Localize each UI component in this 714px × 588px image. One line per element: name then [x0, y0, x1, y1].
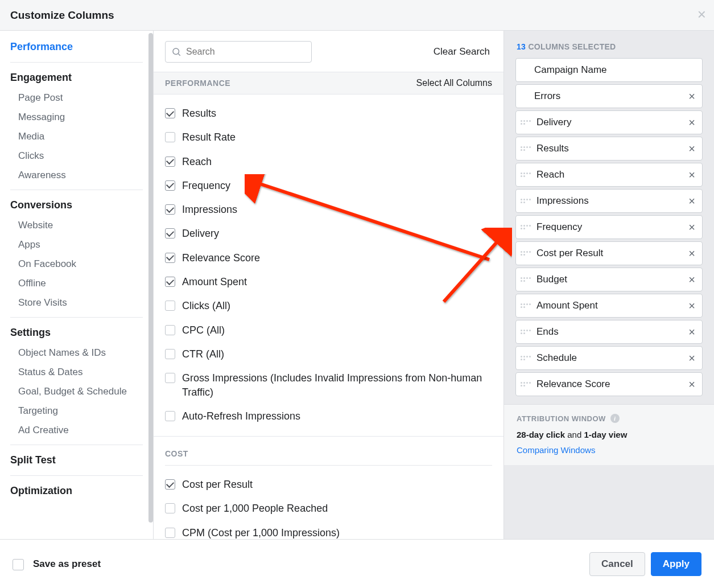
drag-handle-icon[interactable]: [521, 330, 531, 334]
sidebar-subitem-store-visits[interactable]: Store Visits: [10, 293, 143, 312]
remove-chip-icon[interactable]: ×: [686, 168, 698, 182]
search-input[interactable]: [186, 47, 306, 57]
metric-item[interactable]: Results: [165, 101, 492, 125]
sidebar-scrollbar[interactable]: [148, 31, 153, 539]
metric-checkbox[interactable]: [165, 325, 175, 335]
save-preset-checkbox[interactable]: [13, 559, 24, 570]
metric-checkbox[interactable]: [165, 301, 175, 311]
drag-handle-icon[interactable]: [521, 172, 531, 177]
apply-button[interactable]: Apply: [651, 552, 701, 576]
metric-item[interactable]: Amount Spent: [165, 270, 492, 294]
metric-checkbox[interactable]: [165, 180, 175, 191]
metric-checkbox[interactable]: [165, 479, 175, 490]
drag-handle-icon[interactable]: [521, 251, 531, 256]
drag-handle-icon[interactable]: [521, 277, 531, 282]
remove-chip-icon[interactable]: ×: [686, 299, 698, 312]
sidebar-subitem-goal-budget-schedule[interactable]: Goal, Budget & Schedule: [10, 382, 143, 401]
metric-item[interactable]: Cost per 1,000 People Reached: [165, 496, 492, 520]
sidebar-subitem-targeting[interactable]: Targeting: [10, 401, 143, 421]
metric-checkbox[interactable]: [165, 108, 175, 118]
select-all-columns-link[interactable]: Select All Columns: [416, 78, 492, 88]
info-icon[interactable]: i: [610, 414, 620, 423]
metric-item[interactable]: Frequency: [165, 174, 492, 198]
selected-chip[interactable]: Results×: [515, 137, 703, 161]
sidebar-subitem-awareness[interactable]: Awareness: [10, 166, 143, 185]
metric-checkbox[interactable]: [165, 204, 175, 215]
sidebar-subitem-object-names-ids[interactable]: Object Names & IDs: [10, 343, 143, 363]
comparing-windows-link[interactable]: Comparing Windows: [517, 445, 595, 455]
metric-checkbox[interactable]: [165, 528, 175, 538]
save-as-preset[interactable]: Save as preset: [13, 557, 101, 570]
remove-chip-icon[interactable]: ×: [686, 378, 698, 391]
metric-item[interactable]: Gross Impressions (Includes Invalid Impr…: [165, 366, 492, 404]
sidebar-item-conversions[interactable]: Conversions: [10, 195, 143, 216]
metric-checkbox[interactable]: [165, 132, 175, 142]
metric-item[interactable]: Impressions: [165, 198, 492, 221]
metric-item[interactable]: Cost per Result: [165, 472, 492, 496]
remove-chip-icon[interactable]: ×: [686, 116, 698, 129]
selected-chip[interactable]: Delivery×: [515, 110, 703, 134]
metric-item[interactable]: Reach: [165, 150, 492, 174]
sidebar-subitem-on-facebook[interactable]: On Facebook: [10, 254, 143, 274]
selected-chip[interactable]: Budget×: [515, 268, 703, 291]
metric-checkbox[interactable]: [165, 503, 175, 513]
sidebar-subitem-offline[interactable]: Offline: [10, 274, 143, 293]
metric-checkbox[interactable]: [165, 349, 175, 359]
remove-chip-icon[interactable]: ×: [686, 195, 698, 208]
remove-chip-icon[interactable]: ×: [686, 247, 698, 260]
metric-checkbox[interactable]: [165, 157, 175, 167]
selected-chip[interactable]: Reach×: [515, 163, 703, 187]
drag-handle-icon[interactable]: [521, 356, 531, 360]
selected-chip[interactable]: Campaign Name: [515, 58, 703, 82]
drag-handle-icon[interactable]: [521, 382, 531, 386]
sidebar-item-optimization[interactable]: Optimization: [10, 480, 143, 501]
drag-handle-icon[interactable]: [521, 199, 531, 203]
remove-chip-icon[interactable]: ×: [686, 142, 698, 155]
metric-item[interactable]: Clicks (All): [165, 294, 492, 318]
selected-chip[interactable]: Amount Spent×: [515, 294, 703, 318]
remove-chip-icon[interactable]: ×: [686, 352, 698, 365]
sidebar-subitem-clicks[interactable]: Clicks: [10, 146, 143, 166]
metric-item[interactable]: CPC (All): [165, 318, 492, 342]
metric-checkbox[interactable]: [165, 373, 175, 383]
remove-chip-icon[interactable]: ×: [686, 90, 698, 103]
metric-item[interactable]: CTR (All): [165, 342, 492, 366]
drag-handle-icon[interactable]: [521, 120, 531, 125]
sidebar-subitem-page-post[interactable]: Page Post: [10, 88, 143, 108]
sidebar-subitem-status-dates[interactable]: Status & Dates: [10, 363, 143, 382]
metric-checkbox[interactable]: [165, 253, 175, 263]
drag-handle-icon[interactable]: [521, 146, 531, 151]
selected-chip[interactable]: Schedule×: [515, 346, 703, 370]
sidebar-item-performance[interactable]: Performance: [10, 36, 143, 57]
selected-chip[interactable]: Relevance Score×: [515, 372, 703, 396]
remove-chip-icon[interactable]: ×: [686, 221, 698, 234]
metric-checkbox[interactable]: [165, 277, 175, 287]
metric-item[interactable]: Relevance Score: [165, 246, 492, 270]
metrics-scroll[interactable]: PERFORMANCESelect All ColumnsResultsResu…: [154, 72, 503, 539]
sidebar-subitem-website[interactable]: Website: [10, 216, 143, 235]
cancel-button[interactable]: Cancel: [589, 552, 645, 576]
metric-checkbox[interactable]: [165, 228, 175, 239]
close-icon[interactable]: ×: [698, 6, 706, 23]
drag-handle-icon[interactable]: [521, 225, 531, 229]
metric-item[interactable]: Auto-Refresh Impressions: [165, 404, 492, 428]
clear-search-link[interactable]: Clear Search: [434, 46, 492, 57]
sidebar-scrollbar-thumb[interactable]: [148, 33, 153, 523]
selected-chip[interactable]: Ends×: [515, 320, 703, 344]
sidebar-item-split-test[interactable]: Split Test: [10, 450, 143, 471]
selected-chip[interactable]: Errors×: [515, 84, 703, 108]
sidebar-subitem-ad-creative[interactable]: Ad Creative: [10, 421, 143, 440]
metric-item[interactable]: CPM (Cost per 1,000 Impressions): [165, 521, 492, 539]
sidebar-item-engagement[interactable]: Engagement: [10, 67, 143, 88]
search-box[interactable]: [165, 41, 312, 63]
metric-checkbox[interactable]: [165, 411, 175, 421]
sidebar-item-settings[interactable]: Settings: [10, 322, 143, 343]
sidebar-subitem-apps[interactable]: Apps: [10, 235, 143, 254]
sidebar-subitem-messaging[interactable]: Messaging: [10, 108, 143, 127]
drag-handle-icon[interactable]: [521, 303, 531, 308]
metric-item[interactable]: Result Rate: [165, 125, 492, 149]
remove-chip-icon[interactable]: ×: [686, 273, 698, 286]
remove-chip-icon[interactable]: ×: [686, 326, 698, 339]
sidebar-subitem-media[interactable]: Media: [10, 127, 143, 146]
selected-chip[interactable]: Impressions×: [515, 189, 703, 213]
